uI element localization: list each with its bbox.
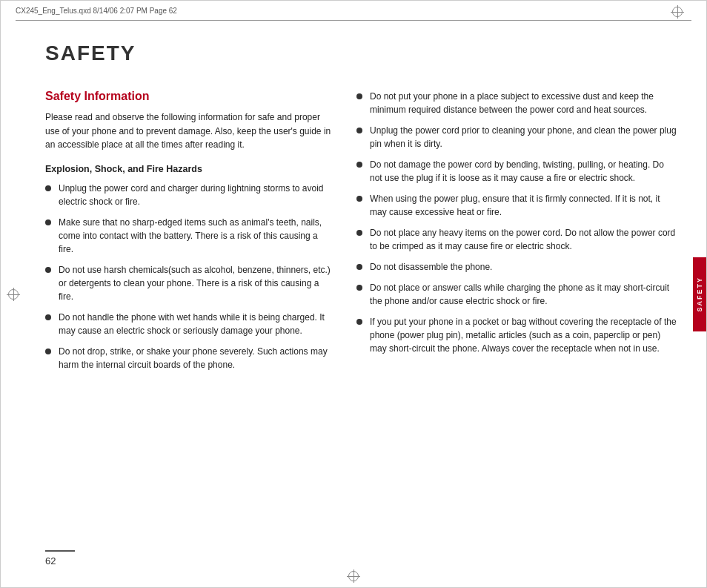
reg-mark-left bbox=[7, 288, 20, 301]
section-title: Safety Information bbox=[45, 90, 334, 103]
list-item: Do not place any heavy items on the powe… bbox=[356, 226, 677, 253]
file-info: CX245_Eng_Telus.qxd 8/14/06 2:07 PM Page… bbox=[16, 7, 177, 15]
file-header: CX245_Eng_Telus.qxd 8/14/06 2:07 PM Page… bbox=[16, 7, 691, 15]
page-number: 62 bbox=[45, 555, 56, 566]
content-area: Safety Information Please read and obser… bbox=[45, 90, 677, 543]
left-bullet-list: Unplug the power cord and charger during… bbox=[45, 182, 334, 371]
list-item: Do not use harsh chemicals(such as alcoh… bbox=[45, 263, 334, 303]
list-item: Unplug the power cord and charger during… bbox=[45, 182, 334, 208]
reg-mark-bottom bbox=[347, 569, 360, 583]
list-item: Do not put your phone in a place subject… bbox=[356, 90, 677, 116]
top-divider bbox=[16, 20, 691, 21]
intro-text: Please read and observe the following in… bbox=[45, 110, 334, 152]
page-container: CX245_Eng_Telus.qxd 8/14/06 2:07 PM Page… bbox=[0, 0, 707, 588]
right-bullet-list: Do not put your phone in a place subject… bbox=[356, 90, 677, 355]
side-tab-label: SAFETY bbox=[696, 277, 703, 312]
bottom-divider bbox=[45, 550, 75, 552]
right-column: Do not put your phone in a place subject… bbox=[356, 90, 677, 543]
page-title: SAFETY bbox=[45, 42, 136, 65]
list-item: Do not handle the phone with wet hands w… bbox=[45, 311, 334, 337]
reg-mark-top-right bbox=[671, 5, 684, 19]
list-item: Do not place or answer calls while charg… bbox=[356, 281, 677, 308]
list-item: When using the power plug, ensure that i… bbox=[356, 192, 677, 219]
list-item: Make sure that no sharp-edged items such… bbox=[45, 216, 334, 256]
list-item: Do not disassemble the phone. bbox=[356, 260, 677, 274]
list-item: If you put your phone in a pocket or bag… bbox=[356, 315, 677, 355]
list-item: Do not drop, strike, or shake your phone… bbox=[45, 345, 334, 371]
side-tab: SAFETY bbox=[693, 257, 706, 331]
list-item: Do not damage the power cord by bending,… bbox=[356, 158, 677, 185]
sub-heading: Explosion, Shock, and Fire Hazards bbox=[45, 164, 334, 174]
left-column: Safety Information Please read and obser… bbox=[45, 90, 334, 543]
list-item: Unplug the power cord prior to cleaning … bbox=[356, 124, 677, 151]
